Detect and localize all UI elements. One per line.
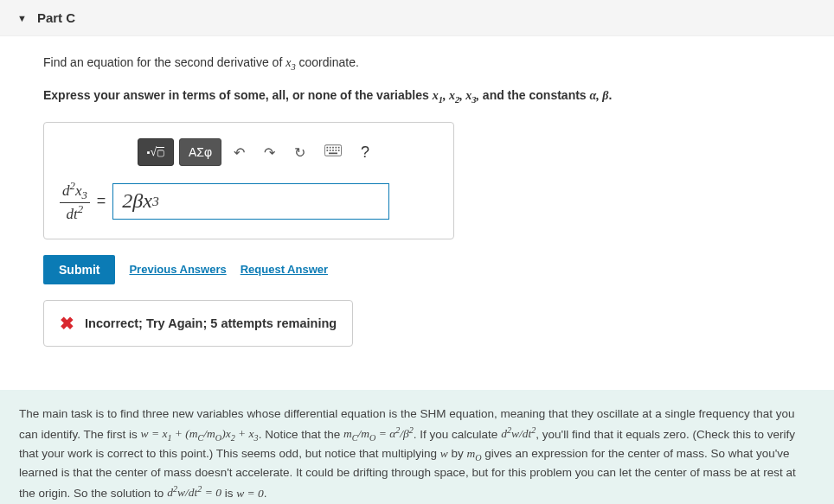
keyboard-icon[interactable] — [318, 141, 349, 163]
equation-lhs: d2x3 dt2 — [60, 180, 90, 223]
help-icon[interactable]: ? — [354, 140, 376, 165]
q2-prefix: Express your answer in terms of some, al… — [43, 88, 433, 102]
q1-prefix: Find an equation for the second derivati… — [43, 55, 285, 69]
collapse-icon: ▼ — [17, 13, 27, 23]
svg-rect-2 — [330, 147, 331, 149]
svg-rect-1 — [327, 147, 329, 149]
incorrect-icon: ✖ — [60, 313, 74, 334]
answer-input[interactable]: 2βx3 — [112, 183, 389, 220]
part-title: Part C — [37, 10, 75, 25]
svg-rect-8 — [332, 150, 334, 151]
hint-panel: The main task is to find three new varia… — [0, 390, 834, 504]
svg-rect-4 — [336, 147, 337, 149]
svg-rect-9 — [336, 150, 337, 151]
hint-text: The main task is to find three new varia… — [19, 405, 815, 503]
svg-rect-11 — [329, 153, 337, 155]
reset-icon[interactable]: ↻ — [287, 141, 312, 164]
q2-mid: and the constants — [479, 88, 590, 102]
svg-rect-6 — [327, 150, 329, 151]
feedback-message: Incorrect; Try Again; 5 attempts remaini… — [85, 316, 337, 330]
previous-answers-link[interactable]: Previous Answers — [129, 263, 226, 276]
actions-row: Submit Previous Answers Request Answer — [43, 255, 791, 284]
undo-icon[interactable]: ↶ — [227, 141, 252, 164]
q2-end: . — [608, 88, 612, 102]
svg-rect-7 — [330, 150, 331, 151]
feedback-box: ✖ Incorrect; Try Again; 5 attempts remai… — [43, 300, 353, 347]
equals-sign: = — [97, 192, 106, 210]
greek-letters-button[interactable]: ΑΣφ — [179, 138, 221, 166]
submit-button[interactable]: Submit — [43, 255, 115, 284]
toolbar: ▪√▢ ΑΣφ ↶ ↷ ↻ ? — [138, 138, 438, 166]
request-answer-link[interactable]: Request Answer — [241, 263, 328, 276]
q1-suffix: coordinate. — [296, 55, 359, 69]
equation-row: d2x3 dt2 = 2βx3 — [60, 180, 438, 223]
redo-icon[interactable]: ↷ — [257, 141, 282, 164]
part-header[interactable]: ▼ Part C — [0, 0, 834, 36]
svg-rect-10 — [338, 150, 340, 151]
svg-rect-5 — [338, 147, 340, 149]
content-area: Find an equation for the second derivati… — [0, 36, 834, 364]
svg-rect-3 — [332, 147, 334, 149]
answer-box: ▪√▢ ΑΣφ ↶ ↷ ↻ ? d2x3 dt2 = 2βx3 — [43, 122, 454, 239]
math-templates-button[interactable]: ▪√▢ — [138, 138, 174, 166]
question-line-2: Express your answer in terms of some, al… — [43, 86, 791, 107]
question-line-1: Find an equation for the second derivati… — [43, 54, 791, 74]
